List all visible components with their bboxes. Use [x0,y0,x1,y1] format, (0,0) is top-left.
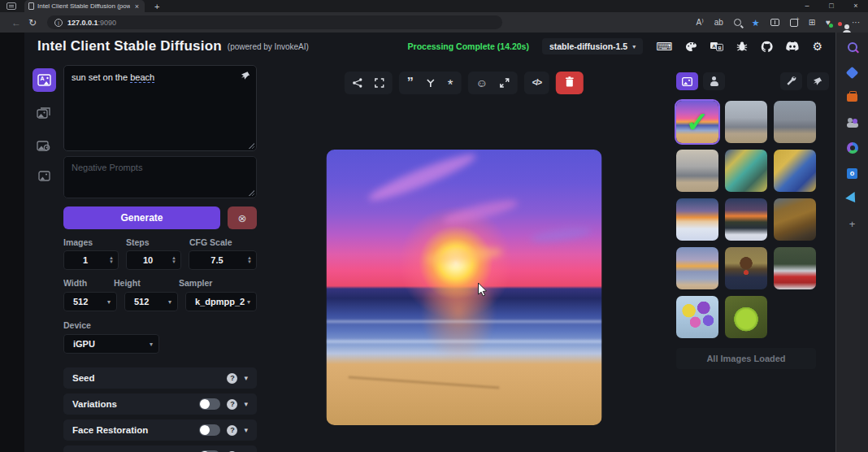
use-all-icon[interactable]: * [448,81,454,89]
tab-list-icon[interactable] [7,2,16,10]
hotkeys-keyboard-icon[interactable]: ⌨ [656,40,672,53]
help-icon[interactable]: ? [227,399,237,410]
extensions-icon[interactable]: ⊞ [809,18,815,28]
tab-text-to-image[interactable]: A [33,68,56,92]
gallery-thumbnail-autumn-hills[interactable] [774,198,816,241]
read-aloud-icon[interactable]: A⁾ [697,18,704,28]
theme-palette-icon[interactable] [685,41,697,52]
resize-handle[interactable] [249,190,254,196]
gallery-thumbnail-ocean-sunset[interactable] [676,247,718,289]
upscale-icon[interactable] [500,78,510,88]
help-icon[interactable]: ? [227,425,237,436]
close-button[interactable]: × [844,0,868,12]
settings-gear-icon[interactable]: ⚙ [812,40,822,53]
upscaling-accordion[interactable]: Upscaling ? ▾ [63,445,257,452]
use-prompt-icon[interactable]: ” [407,77,414,89]
sidebar-office-icon[interactable] [846,91,859,104]
sidebar-drop-icon[interactable] [846,192,859,205]
fix-faces-icon[interactable]: ☺ [475,77,487,89]
gallery-thumbnail-mountain-sunset[interactable] [725,198,767,241]
gallery-thumbnail-gray-house-1[interactable] [725,101,767,143]
sidebar-start-icon[interactable] [846,141,859,154]
cfg-scale-stepper[interactable]: 7.5 ▲▼ [189,250,257,270]
new-tab-button[interactable]: + [154,2,159,11]
bug-report-icon[interactable] [736,41,748,52]
delete-image-button[interactable] [556,72,584,94]
model-select[interactable]: stable-diffusion-1.5 ▾ [542,38,643,54]
gallery-thumbnail-van-gogh-car-blue[interactable] [774,150,816,192]
browser-essentials-icon[interactable]: ♥ [826,18,831,27]
sidebar-add-button[interactable]: + [846,217,859,230]
width-select[interactable]: 512 ▾ [63,292,117,311]
gallery-thumbnail-green-apple[interactable] [725,296,767,338]
address-bar[interactable]: i 127.0.0.1:9090 [47,15,502,29]
fullscreen-icon[interactable] [375,78,384,88]
minimize-button[interactable]: – [795,0,819,12]
stepper-arrows-icon[interactable]: ▲▼ [245,256,256,264]
browser-menu-icon[interactable]: ··· [852,18,860,28]
refresh-icon[interactable]: ↻ [24,17,41,28]
gallery-thumbnail-van-gogh-car-teal[interactable] [725,150,767,192]
generated-image[interactable] [327,150,602,425]
gallery-thumbnail-gray-house-3[interactable] [676,150,718,192]
help-icon[interactable]: ? [227,373,237,384]
metadata-code-icon[interactable]: </> [532,77,541,89]
sidebar-shopping-icon[interactable] [846,66,859,79]
favorites-star-icon[interactable]: ★ [752,18,760,28]
variations-accordion[interactable]: Variations ? ▾ [63,393,257,415]
face-restoration-toggle[interactable] [199,424,220,436]
sidebar-search-icon[interactable] [846,41,859,54]
pin-icon[interactable] [241,71,250,81]
gallery-thumbnail-flower-bouquet[interactable] [676,296,718,338]
tab-gallery-view[interactable] [34,166,54,185]
sidebar-outlook-icon[interactable]: o [846,167,859,180]
gallery-images-view-button[interactable] [676,72,698,90]
back-icon[interactable]: ← [8,17,24,28]
images-stepper[interactable]: 1 ▲▼ [63,250,119,270]
collections-icon[interactable] [790,19,798,27]
gallery-thumbnail-red-car-forest[interactable] [774,247,816,289]
steps-stepper[interactable]: 10 ▲▼ [126,250,181,270]
device-label: Device [63,320,91,330]
sun-reflection [420,290,497,362]
height-select[interactable]: 512 ▾ [124,292,178,311]
gallery-thumbnail-sunset-beach[interactable]: ✓ [676,101,718,143]
gallery-thumbnail-gray-house-2[interactable] [774,101,816,143]
github-icon[interactable] [761,41,773,53]
generate-button[interactable]: Generate [63,206,220,229]
seed-accordion[interactable]: Seed ? ▾ [63,367,257,389]
cancel-button[interactable]: ⊗ [228,206,257,229]
sidebar-people-icon[interactable] [846,116,859,129]
sampler-select[interactable]: k_dpmpp_2 ▾ [185,292,257,311]
language-icon[interactable]: AB [710,41,723,51]
device-select[interactable]: iGPU ▾ [63,334,159,354]
resize-handle[interactable] [249,143,254,149]
stepper-arrows-icon[interactable]: ▲▼ [169,256,180,264]
zoom-search-icon[interactable] [734,19,741,26]
pin-icon [814,74,822,89]
gallery-thumbnail-dog-in-suit[interactable] [725,247,767,289]
gallery-uploads-view-button[interactable] [703,72,725,90]
face-restoration-accordion[interactable]: Face Restoration ? ▾ [63,419,257,441]
tab-close-icon[interactable]: × [133,2,141,11]
wave-foam [327,340,602,343]
negative-prompt-input[interactable]: Negative Prompts [63,156,257,198]
site-info-icon[interactable]: i [54,19,63,27]
translate-icon[interactable]: ab [714,18,723,28]
tab-image-to-image[interactable] [33,101,56,124]
window-controls: – □ × [795,0,868,12]
share-icon[interactable] [353,78,362,88]
variations-toggle[interactable] [199,398,220,410]
gallery-pin-button[interactable] [807,72,829,90]
discord-icon[interactable] [786,41,799,51]
split-screen-icon[interactable] [770,19,779,26]
cfg-scale-value: 7.5 [189,255,245,265]
maximize-button[interactable]: □ [819,0,844,12]
stepper-arrows-icon[interactable]: ▲▼ [106,256,118,264]
gallery-settings-button[interactable] [780,72,802,90]
browser-tab[interactable]: Intel Client Stable Diffusion (pow × [24,0,145,12]
tab-postprocessing[interactable] [33,133,56,157]
use-seed-icon[interactable] [426,78,436,88]
prompt-input[interactable]: sun set on the beach [63,65,257,151]
gallery-thumbnail-snowy-sunset[interactable] [676,198,718,241]
